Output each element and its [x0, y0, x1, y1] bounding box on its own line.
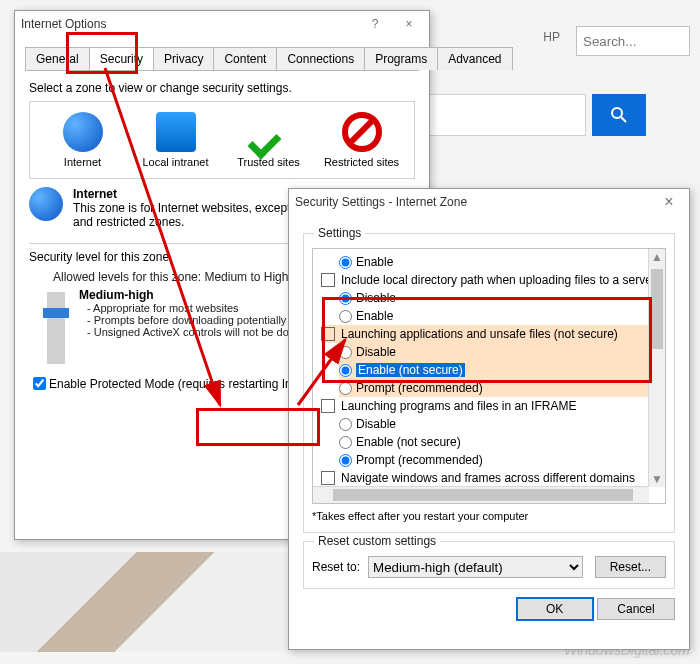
setting-group: Include local directory path when upload… — [321, 271, 665, 289]
radio[interactable] — [339, 454, 352, 467]
zone-internet[interactable]: Internet — [43, 112, 123, 168]
protected-mode-checkbox[interactable] — [33, 377, 46, 390]
cancel-button[interactable]: Cancel — [597, 598, 675, 620]
bg-photo — [0, 552, 290, 652]
settings-legend: Settings — [314, 226, 365, 240]
setting-option[interactable]: Enable — [339, 307, 665, 325]
security-slider[interactable] — [47, 292, 65, 364]
setting-option[interactable]: Enable — [339, 253, 665, 271]
setting-option[interactable]: Disable — [339, 289, 665, 307]
hscroll-thumb[interactable] — [333, 489, 633, 501]
browser-search-input[interactable] — [576, 26, 690, 56]
reset-to-select[interactable]: Medium-high (default) — [368, 556, 583, 578]
reset-to-label: Reset to: — [312, 560, 360, 574]
tab-security[interactable]: Security — [89, 47, 154, 70]
zone-name: Internet — [73, 187, 117, 201]
scroll-down[interactable]: ▼ — [649, 471, 665, 487]
tree-icon — [321, 399, 335, 413]
setting-option[interactable]: Prompt (recommended) — [339, 451, 665, 469]
search-icon — [609, 105, 629, 125]
zone-local-intranet[interactable]: Local intranet — [136, 112, 216, 168]
tab-advanced[interactable]: Advanced — [437, 47, 512, 70]
close-button[interactable]: × — [655, 193, 683, 211]
tree-icon — [321, 327, 335, 341]
setting-option[interactable]: Disable — [339, 415, 665, 433]
svg-point-0 — [612, 108, 622, 118]
dialog-title: Security Settings - Internet Zone — [295, 195, 655, 209]
tab-connections[interactable]: Connections — [276, 47, 365, 70]
dialog-title: Internet Options — [21, 17, 361, 31]
radio[interactable] — [339, 292, 352, 305]
setting-group: Navigate windows and frames across diffe… — [321, 469, 665, 487]
zone-trusted-sites[interactable]: Trusted sites — [229, 112, 309, 168]
tab-general[interactable]: General — [25, 47, 90, 70]
page-search-button[interactable] — [592, 94, 646, 136]
setting-option[interactable]: Disable — [339, 343, 665, 361]
globe-icon — [29, 187, 63, 221]
setting-group: Launching applications and unsafe files … — [321, 325, 665, 343]
reset-legend: Reset custom settings — [314, 534, 440, 548]
settings-list[interactable]: EnableInclude local directory path when … — [312, 248, 666, 504]
reset-button[interactable]: Reset... — [595, 556, 666, 578]
tab-programs[interactable]: Programs — [364, 47, 438, 70]
svg-line-1 — [621, 117, 626, 122]
tab-content[interactable]: Content — [213, 47, 277, 70]
zone-prompt: Select a zone to view or change security… — [29, 81, 415, 95]
help-button[interactable]: ? — [361, 17, 389, 31]
setting-option[interactable]: Enable (not secure) — [339, 361, 665, 379]
tree-icon — [321, 471, 335, 485]
scroll-thumb[interactable] — [651, 269, 663, 349]
radio[interactable] — [339, 346, 352, 359]
tree-icon — [321, 273, 335, 287]
radio[interactable] — [339, 382, 352, 395]
setting-option[interactable]: Prompt (recommended) — [339, 379, 665, 397]
radio[interactable] — [339, 418, 352, 431]
radio[interactable] — [339, 256, 352, 269]
restart-note: *Takes effect after you restart your com… — [312, 510, 666, 522]
addr-hp: HP — [543, 30, 560, 44]
radio[interactable] — [339, 364, 352, 377]
security-settings-dialog: Security Settings - Internet Zone × Sett… — [288, 188, 690, 650]
setting-group: Launching programs and files in an IFRAM… — [321, 397, 665, 415]
ok-button[interactable]: OK — [516, 597, 594, 621]
radio[interactable] — [339, 436, 352, 449]
scroll-up[interactable]: ▲ — [649, 249, 665, 265]
tab-privacy[interactable]: Privacy — [153, 47, 214, 70]
zone-selector: Internet Local intranet Trusted sites Re… — [29, 101, 415, 179]
setting-option[interactable]: Enable (not secure) — [339, 433, 665, 451]
radio[interactable] — [339, 310, 352, 323]
level-name: Medium-high — [79, 288, 154, 302]
close-button[interactable]: × — [395, 17, 423, 31]
zone-restricted-sites[interactable]: Restricted sites — [322, 112, 402, 168]
